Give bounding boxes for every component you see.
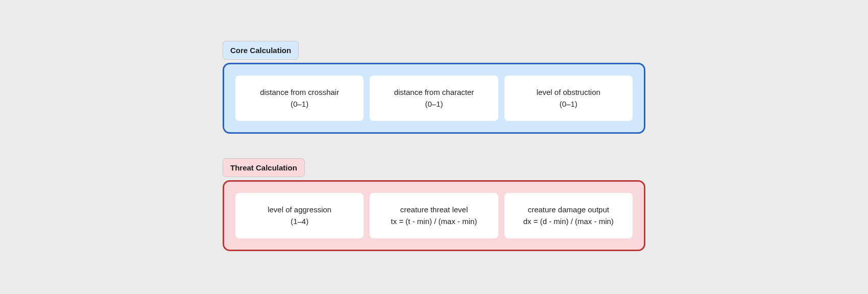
item-card: creature damage output dx = (d - min) / … (504, 193, 633, 238)
item-title: distance from character (376, 87, 492, 99)
item-detail: dx = (d - min) / (max - min) (511, 216, 626, 228)
core-calculation-box: distance from crosshair (0–1) distance f… (223, 63, 645, 134)
item-detail: (0–1) (242, 99, 357, 110)
item-title: creature damage output (511, 204, 626, 216)
item-detail: (0–1) (511, 99, 626, 110)
item-title: creature threat level (376, 204, 492, 216)
item-card: creature threat level tx = (t - min) / (… (370, 193, 498, 238)
item-detail: tx = (t - min) / (max - min) (376, 216, 492, 228)
item-detail: (1–4) (242, 216, 357, 228)
core-calculation-section: Core Calculation distance from crosshair… (223, 41, 645, 134)
threat-calculation-label: Threat Calculation (223, 158, 305, 177)
threat-calculation-section: Threat Calculation level of aggression (… (223, 158, 645, 251)
item-detail: (0–1) (376, 99, 492, 110)
item-card: distance from crosshair (0–1) (235, 76, 364, 121)
item-card: level of aggression (1–4) (235, 193, 364, 238)
item-title: level of obstruction (511, 87, 626, 99)
item-card: level of obstruction (0–1) (504, 76, 633, 121)
item-title: level of aggression (242, 204, 357, 216)
item-card: distance from character (0–1) (370, 76, 498, 121)
item-title: distance from crosshair (242, 87, 357, 99)
core-calculation-label: Core Calculation (223, 41, 299, 60)
threat-calculation-box: level of aggression (1–4) creature threa… (223, 180, 645, 251)
